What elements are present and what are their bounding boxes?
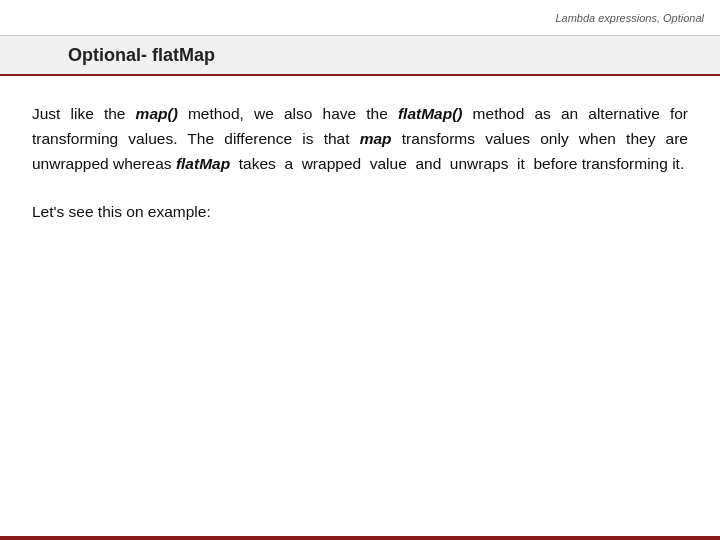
bottom-line <box>0 536 720 540</box>
header-row: Optional- flatMap <box>0 36 720 76</box>
slide-title: Optional- flatMap <box>60 45 215 66</box>
flatmap-keyword: flatMap <box>176 155 230 172</box>
example-paragraph: Let's see this on example: <box>32 200 688 225</box>
flatmap-method: flatMap() <box>398 105 463 122</box>
content-area: Just like the map() method, we also have… <box>0 78 720 520</box>
top-bar: Lambda expressions, Optional <box>0 0 720 36</box>
main-paragraph: Just like the map() method, we also have… <box>32 102 688 176</box>
topic-label: Lambda expressions, Optional <box>555 12 704 24</box>
map-keyword: map <box>360 130 392 147</box>
map-method: map() <box>136 105 178 122</box>
